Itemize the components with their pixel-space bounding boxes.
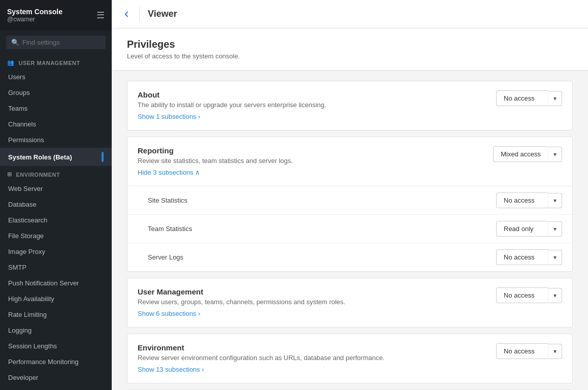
username: @cwarner (7, 16, 62, 23)
subsection-row-team-stats: Team Statistics Read only ▾ (127, 215, 572, 243)
card-main-about: About The ability to install or upgrade … (127, 81, 572, 130)
card-desc-environment: Review server environment configuration … (138, 354, 486, 362)
sidebar-item-label: SMTP (8, 264, 26, 271)
sidebar-item-web-server[interactable]: Web Server (0, 181, 112, 197)
card-desc-reporting: Review site statistics, team statistics … (138, 157, 483, 165)
sidebar-item-users[interactable]: Users (0, 69, 112, 85)
section-user-management: 👥 USER MANAGEMENT (0, 54, 112, 69)
sidebar-item-label: Database (8, 201, 37, 208)
sidebar-item-label: High Availability (8, 295, 54, 303)
hamburger-icon[interactable]: ☰ (96, 10, 105, 21)
sidebar-item-elasticsearch[interactable]: Elasticsearch (0, 212, 112, 228)
subsection-dropdown-site-stats: No access ▾ (496, 192, 562, 208)
page-title: Viewer (148, 9, 177, 19)
sidebar-item-image-proxy[interactable]: Image Proxy (0, 244, 112, 259)
sidebar-item-system-roles[interactable]: System Roles (Beta) (0, 148, 112, 166)
subsection-dropdown-team-stats: Read only ▾ (496, 221, 562, 237)
search-input[interactable] (22, 39, 101, 46)
privileges-header: Privileges Level of access to the system… (112, 28, 588, 71)
card-about: About The ability to install or upgrade … (127, 81, 573, 131)
show-subsections-user-management[interactable]: Show 6 subsections › (138, 310, 201, 317)
card-desc-user-management: Review users, groups, teams, channels, p… (138, 298, 486, 306)
show-subsections-environment[interactable]: Show 13 subsections › (138, 366, 204, 373)
section-label: USER MANAGEMENT (19, 60, 80, 66)
card-info-about: About The ability to install or upgrade … (138, 90, 486, 121)
sidebar-item-permissions[interactable]: Permissions (0, 132, 112, 148)
access-select-about[interactable]: No access (496, 90, 548, 106)
dropdown-arrow-about[interactable]: ▾ (548, 91, 562, 106)
card-dropdown-user-management: No access ▾ (496, 287, 562, 303)
card-main-environment: Environment Review server environment co… (127, 334, 572, 383)
subsections-reporting: Site Statistics No access ▾ Team Statist… (127, 186, 572, 271)
sidebar-item-label: Elasticsearch (8, 216, 47, 224)
card-title-environment: Environment (138, 343, 486, 352)
sidebar-item-label: Teams (8, 105, 27, 112)
access-select-site-stats[interactable]: No access (496, 192, 548, 208)
sidebar-item-label: Logging (8, 327, 31, 334)
sidebar-brand: System Console @cwarner (7, 8, 62, 23)
dropdown-arrow-team-stats[interactable]: ▾ (548, 221, 562, 237)
card-info-user-management: User Management Review users, groups, te… (138, 287, 486, 318)
app-title: System Console (7, 8, 62, 16)
sidebar-item-channels[interactable]: Channels (0, 116, 112, 132)
sidebar-item-performance-monitoring[interactable]: Performance Monitoring (0, 354, 112, 370)
card-main-user-management: User Management Review users, groups, te… (127, 278, 572, 327)
hide-subsections-reporting[interactable]: Hide 3 subsections ∧ (138, 169, 200, 176)
card-info-environment: Environment Review server environment co… (138, 343, 486, 374)
sidebar-item-label: File Storage (8, 232, 44, 240)
privileges-subtitle: Level of access to the system console. (127, 52, 573, 60)
content-area: Privileges Level of access to the system… (112, 28, 588, 390)
access-select-environment[interactable]: No access (496, 343, 548, 359)
subsection-name-team-stats: Team Statistics (148, 225, 486, 233)
card-info-reporting: Reporting Review site statistics, team s… (138, 146, 483, 177)
main-content: Viewer Privileges Level of access to the… (112, 0, 588, 390)
access-select-reporting[interactable]: Mixed access (493, 146, 548, 162)
show-subsections-about[interactable]: Show 1 subsections › (138, 113, 201, 120)
sidebar-item-smtp[interactable]: SMTP (0, 259, 112, 275)
users-icon: 👥 (7, 59, 15, 66)
card-user-management: User Management Review users, groups, te… (127, 278, 573, 328)
search-icon: 🔍 (11, 39, 19, 46)
environment-icon: ⊞ (7, 171, 12, 178)
card-dropdown-about: No access ▾ (496, 90, 562, 106)
dropdown-arrow-environment[interactable]: ▾ (548, 344, 562, 359)
sidebar-item-label: Groups (8, 89, 30, 96)
subsection-row-server-logs: Server Logs No access ▾ (127, 243, 572, 271)
sidebar-item-label: System Roles (Beta) (8, 153, 72, 161)
sidebar-item-groups[interactable]: Groups (0, 85, 112, 101)
sidebar-item-developer[interactable]: Developer (0, 370, 112, 385)
subsection-dropdown-server-logs: No access ▾ (496, 249, 562, 265)
sidebar-item-session-lengths[interactable]: Session Lengths (0, 338, 112, 354)
sidebar-item-label: Channels (8, 120, 36, 128)
back-button[interactable] (122, 10, 131, 19)
sidebar: System Console @cwarner ☰ 🔍 👥 USER MANAG… (0, 0, 112, 390)
dropdown-arrow-server-logs[interactable]: ▾ (548, 250, 562, 265)
dropdown-arrow-user-management[interactable]: ▾ (548, 288, 562, 303)
sidebar-item-label: Push Notification Server (8, 279, 79, 287)
access-select-user-management[interactable]: No access (496, 287, 548, 303)
card-desc-about: The ability to install or upgrade your s… (138, 101, 486, 109)
sidebar-header: System Console @cwarner ☰ (0, 0, 112, 30)
sidebar-item-logging[interactable]: Logging (0, 322, 112, 338)
subsection-name-site-stats: Site Statistics (148, 197, 486, 204)
sidebar-item-high-availability[interactable]: High Availability (0, 291, 112, 307)
sidebar-item-label: Users (8, 73, 25, 81)
sidebar-item-push-notification[interactable]: Push Notification Server (0, 275, 112, 291)
sidebar-item-file-storage[interactable]: File Storage (0, 228, 112, 244)
sidebar-item-label: Permissions (8, 136, 44, 144)
access-select-server-logs[interactable]: No access (496, 249, 548, 265)
card-dropdown-reporting: Mixed access ▾ (493, 146, 562, 162)
sidebar-item-label: Performance Monitoring (8, 358, 79, 366)
sidebar-item-label: Developer (8, 374, 38, 381)
card-title-reporting: Reporting (138, 146, 483, 155)
top-bar-divider (139, 7, 140, 21)
access-select-team-stats[interactable]: Read only (496, 221, 548, 237)
sidebar-item-rate-limiting[interactable]: Rate Limiting (0, 307, 112, 322)
sidebar-item-teams[interactable]: Teams (0, 101, 112, 116)
privileges-title: Privileges (127, 39, 573, 50)
dropdown-arrow-reporting[interactable]: ▾ (548, 147, 562, 162)
sidebar-item-database[interactable]: Database (0, 197, 112, 212)
card-reporting: Reporting Review site statistics, team s… (127, 137, 573, 272)
card-title-user-management: User Management (138, 287, 486, 296)
dropdown-arrow-site-stats[interactable]: ▾ (548, 193, 562, 208)
